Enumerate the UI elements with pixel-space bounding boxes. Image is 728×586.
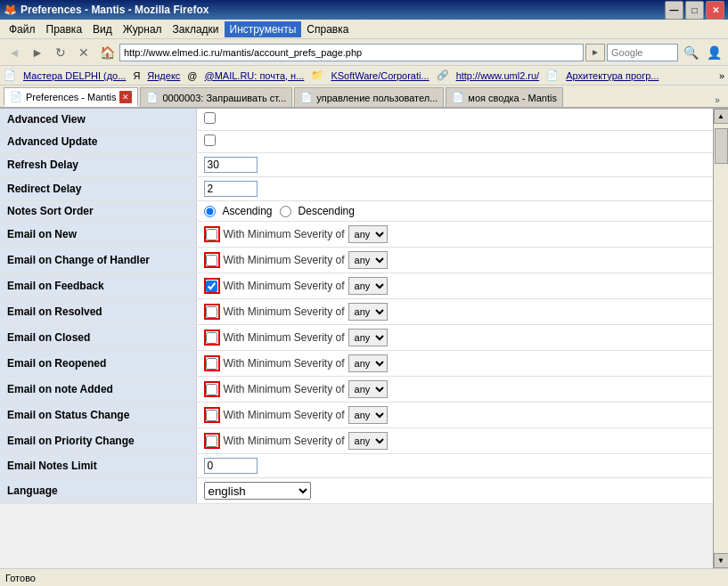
home-button[interactable]: 🏠: [96, 42, 118, 63]
checkbox-advanced-update[interactable]: [204, 134, 216, 146]
menu-view[interactable]: Вид: [87, 21, 118, 37]
reload-button[interactable]: ↻: [50, 42, 71, 63]
tab-close-pref[interactable]: ✕: [119, 91, 132, 103]
bookmark-3[interactable]: @MAIL.RU: почта, н...: [201, 69, 308, 82]
value-email-feedback: With Minimum Severity of any: [196, 273, 713, 299]
bookmark-2[interactable]: Яндекс: [143, 69, 184, 82]
radio-ascending[interactable]: [204, 206, 216, 217]
severity-label-note-added: With Minimum Severity of: [224, 383, 345, 395]
scroll-down-button[interactable]: ▼: [714, 553, 729, 568]
severity-select-new[interactable]: any: [348, 225, 388, 243]
value-email-status-change: With Minimum Severity of any: [196, 403, 713, 428]
input-refresh-delay[interactable]: [204, 157, 258, 173]
checkbox-email-status-change[interactable]: [206, 410, 217, 421]
row-email-on-priority-change: Email on Priority Change With Minimum Se…: [0, 428, 713, 454]
minimize-button[interactable]: —: [665, 1, 683, 20]
severity-select-status-change[interactable]: any: [348, 406, 388, 424]
row-email-notes-limit: Email Notes Limit: [0, 454, 713, 478]
row-email-on-feedback: Email on Feedback With Minimum Severity …: [0, 273, 713, 299]
value-refresh-delay: [196, 153, 713, 177]
scroll-track[interactable]: [714, 124, 729, 553]
menu-edit[interactable]: Правка: [41, 21, 88, 37]
tab-preferences[interactable]: 📄 Preferences - Mantis ✕: [4, 87, 138, 107]
severity-select-priority-change[interactable]: any: [348, 432, 388, 450]
value-email-note-added: With Minimum Severity of any: [196, 377, 713, 403]
select-language[interactable]: english: [204, 482, 311, 500]
bookmark-1[interactable]: Мастера DELPHI (до...: [20, 69, 129, 82]
radio-descending[interactable]: [280, 206, 291, 217]
close-button[interactable]: ✕: [706, 1, 724, 20]
back-button[interactable]: ◄: [4, 42, 25, 63]
email-change-handler-row: With Minimum Severity of any: [204, 251, 707, 269]
severity-select-note-added[interactable]: any: [348, 380, 388, 398]
input-email-notes-limit[interactable]: [204, 458, 258, 474]
profile-button[interactable]: 👤: [703, 42, 724, 63]
severity-select-change-handler[interactable]: any: [348, 251, 388, 269]
severity-label-resolved: With Minimum Severity of: [224, 305, 345, 318]
row-email-on-change-handler: Email on Change of Handler With Minimum …: [0, 248, 713, 273]
status-text: Готово: [5, 573, 36, 583]
row-email-on-resolved: Email on Resolved With Minimum Severity …: [0, 299, 713, 325]
tab-summary[interactable]: 📄 моя сводка - Mantis: [446, 87, 563, 107]
bookmark-5[interactable]: http://www.uml2.ru/: [453, 69, 544, 82]
browser-icon: 🦊: [4, 4, 17, 16]
checkbox-email-feedback[interactable]: [206, 281, 217, 292]
checkbox-email-resolved[interactable]: [206, 306, 217, 318]
input-redirect-delay[interactable]: [204, 181, 258, 197]
tab-icon-users: 📄: [300, 92, 313, 103]
menu-help[interactable]: Справка: [301, 21, 354, 37]
checkbox-wrap-email-feedback: [204, 278, 220, 294]
bookmarks-bar: 📄 Мастера DELPHI (до... Я Яндекс @ @MAIL…: [0, 66, 728, 85]
tabs-arrow[interactable]: »: [710, 93, 724, 107]
checkbox-email-change-handler[interactable]: [206, 255, 217, 266]
severity-label-new: With Minimum Severity of: [224, 228, 345, 240]
checkbox-email-reopened[interactable]: [206, 358, 217, 370]
row-email-on-note-added: Email on note Added With Minimum Severit…: [0, 377, 713, 403]
address-bar: ►: [119, 43, 605, 62]
menu-tools[interactable]: Инструменты: [225, 21, 302, 37]
vertical-scrollbar: ▲ ▼: [713, 109, 728, 568]
maximize-button[interactable]: □: [685, 1, 704, 20]
severity-select-closed[interactable]: any: [348, 329, 388, 346]
forward-button[interactable]: ►: [27, 42, 48, 63]
stop-button[interactable]: ✕: [73, 42, 94, 63]
checkbox-email-on-new[interactable]: [206, 229, 217, 240]
label-redirect-delay: Redirect Delay: [0, 177, 196, 201]
checkbox-email-note-added[interactable]: [206, 384, 217, 395]
search-input[interactable]: [607, 44, 678, 61]
content-area: Advanced View Advanced Update Refresh De…: [0, 109, 713, 568]
email-resolved-row: With Minimum Severity of any: [204, 303, 707, 321]
checkbox-wrap-email-closed: [204, 330, 220, 346]
bookmark-6[interactable]: Архитектура прогр...: [562, 69, 662, 82]
checkbox-email-closed[interactable]: [206, 332, 217, 344]
checkbox-wrap-email-reopened: [204, 355, 220, 371]
severity-select-feedback[interactable]: any: [348, 277, 388, 295]
address-input[interactable]: [119, 44, 584, 61]
tab-users[interactable]: 📄 управление пользовател...: [294, 87, 444, 107]
label-ascending: Ascending: [223, 205, 273, 217]
tab-bug[interactable]: 📄 0000003: Запрашивать ст...: [140, 87, 292, 107]
email-closed-row: With Minimum Severity of any: [204, 329, 707, 346]
search-button[interactable]: 🔍: [680, 42, 701, 63]
search-area: 🔍: [607, 42, 701, 63]
checkbox-advanced-view[interactable]: [204, 112, 216, 124]
bookmark-icon-arch: 📄: [546, 69, 559, 81]
scroll-up-button[interactable]: ▲: [714, 109, 729, 124]
label-refresh-delay: Refresh Delay: [0, 153, 196, 177]
row-redirect-delay: Redirect Delay: [0, 177, 713, 201]
go-button[interactable]: ►: [585, 44, 605, 61]
menu-file[interactable]: Файл: [4, 21, 41, 37]
value-email-reopened: With Minimum Severity of any: [196, 351, 713, 377]
toolbar: ◄ ► ↻ ✕ 🏠 ► 🔍 👤: [0, 39, 728, 66]
checkbox-wrap-email-status-change: [204, 407, 220, 423]
menu-bookmarks[interactable]: Закладки: [168, 21, 225, 37]
severity-select-reopened[interactable]: any: [348, 354, 388, 372]
menu-journal[interactable]: Журнал: [118, 21, 168, 37]
bookmark-4[interactable]: KSoftWare/Corporati...: [327, 69, 432, 82]
severity-select-resolved[interactable]: any: [348, 303, 388, 321]
scroll-thumb[interactable]: [715, 128, 728, 164]
bookmarks-more[interactable]: »: [719, 70, 724, 81]
title-bar-buttons: — □ ✕: [665, 1, 724, 20]
checkbox-email-priority-change[interactable]: [206, 435, 217, 447]
bookmark-icon-at: @: [187, 70, 197, 81]
